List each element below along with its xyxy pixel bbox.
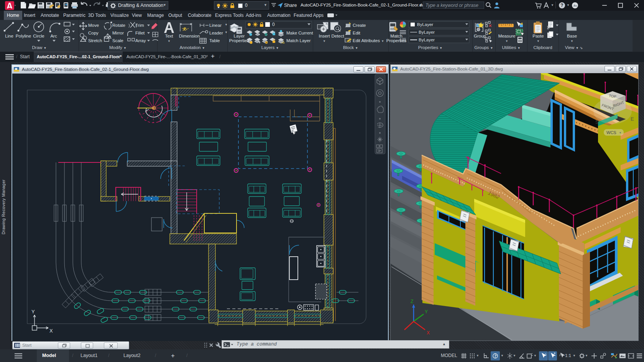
svg-text:?: ? [560, 3, 563, 8]
svg-text:E: E [631, 116, 634, 122]
svg-text:X: X [427, 330, 430, 336]
svg-text:Z: Z [411, 299, 413, 304]
svg-text:ByLayer: ByLayer [419, 38, 435, 42]
svg-text:Y: Y [31, 309, 35, 314]
svg-text:0: 0 [272, 22, 275, 27]
svg-text:X: X [49, 328, 53, 334]
svg-text:WCS: WCS [606, 130, 616, 135]
svg-text:Y: Y [425, 309, 428, 314]
svg-text:ByLayer: ByLayer [417, 22, 433, 27]
svg-text:S: S [595, 119, 599, 125]
svg-text:▾: ▾ [619, 131, 621, 134]
svg-text:ByLayer: ByLayer [419, 30, 435, 34]
